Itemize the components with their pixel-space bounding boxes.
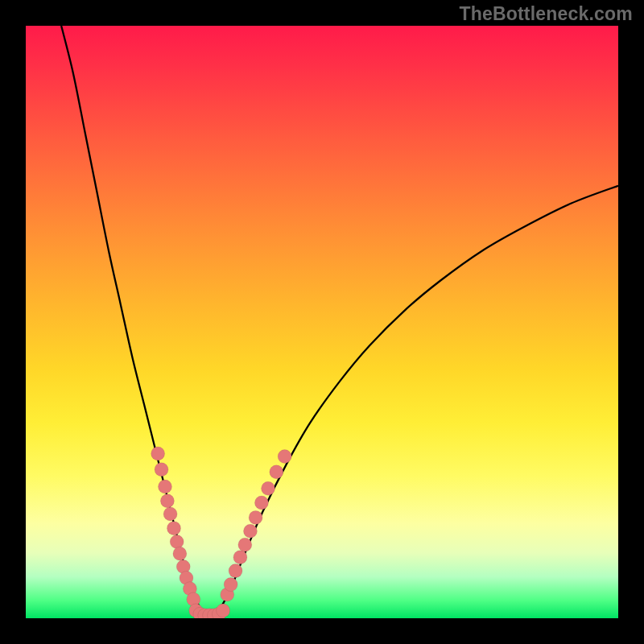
data-point xyxy=(217,604,230,617)
data-point xyxy=(249,510,262,524)
data-point xyxy=(229,564,242,578)
left-curve xyxy=(61,26,209,617)
plot-area xyxy=(26,26,618,618)
data-point xyxy=(254,496,268,510)
chart-stage: TheBottleneck.com xyxy=(0,0,644,644)
data-points xyxy=(151,447,292,618)
data-point xyxy=(262,481,275,495)
data-point xyxy=(173,547,187,560)
data-point xyxy=(155,463,168,477)
data-point xyxy=(170,535,184,549)
data-point xyxy=(151,447,165,460)
data-point xyxy=(160,494,174,508)
data-point xyxy=(158,480,171,493)
data-point xyxy=(224,578,237,592)
data-point xyxy=(167,522,181,535)
curves-svg xyxy=(26,26,618,618)
data-point xyxy=(278,450,291,464)
data-point xyxy=(243,524,257,538)
attribution-watermark: TheBottleneck.com xyxy=(459,3,633,25)
right-curve xyxy=(209,186,618,617)
data-point xyxy=(233,551,247,564)
data-point xyxy=(270,465,283,479)
data-point xyxy=(163,507,177,521)
data-point xyxy=(238,538,252,551)
